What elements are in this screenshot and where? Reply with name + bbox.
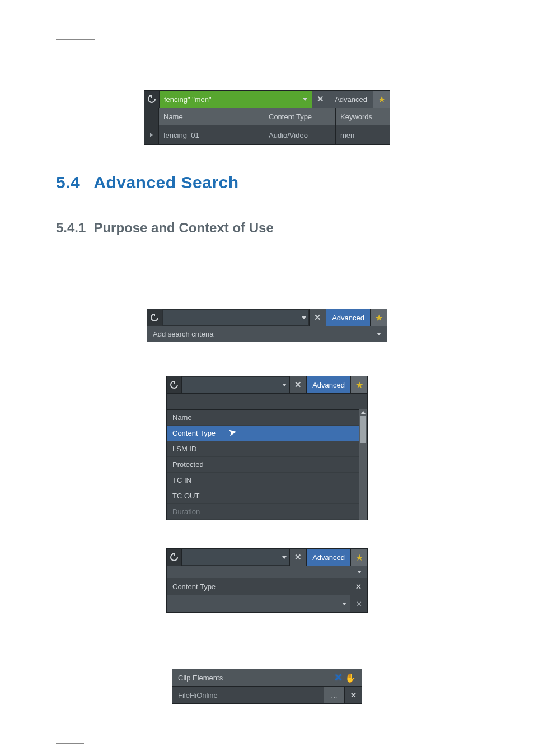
remove-value-button[interactable]: ✕: [350, 595, 367, 612]
subsection-number: 5.4.1: [56, 220, 86, 235]
star-icon: ★: [355, 552, 363, 563]
close-icon: ✕: [317, 94, 324, 104]
page-rule-bottom: [56, 743, 84, 744]
remove-field-button[interactable]: ✕: [344, 687, 362, 703]
figure-quick-search-results: fencing" "men" ✕ Advanced ★ Name Content…: [144, 90, 390, 145]
criterion-name: Content Type: [172, 582, 216, 591]
advanced-button[interactable]: Advanced: [329, 91, 373, 108]
subsection-heading: 5.4.1Purpose and Context of Use: [56, 220, 478, 236]
dropdown-scrollbar[interactable]: [359, 409, 367, 520]
page-rule-top: [56, 39, 95, 40]
field-label: FileHiOnline: [172, 687, 324, 703]
section-heading: 5.4Advanced Search: [56, 173, 478, 192]
favorite-button[interactable]: ★: [350, 376, 367, 393]
close-icon: ✕: [294, 552, 302, 562]
chevron-down-icon[interactable]: [303, 98, 307, 101]
criteria-input-active[interactable]: [168, 395, 366, 408]
caret-right-icon: [150, 133, 153, 137]
search-input[interactable]: [182, 376, 289, 393]
dropdown-item-protected[interactable]: Protected: [167, 457, 359, 473]
criterion-label-row: Content Type ✕: [167, 578, 367, 595]
refresh-icon[interactable]: [167, 549, 182, 566]
refresh-icon[interactable]: [144, 91, 160, 108]
chevron-down-icon[interactable]: [357, 571, 362, 573]
search-value: fencing" "men": [164, 95, 212, 104]
group-label: Clip Elements: [178, 674, 223, 682]
close-icon: ✕: [294, 380, 302, 390]
favorite-button[interactable]: ★: [350, 549, 367, 566]
criteria-dropdown: Name Content Type ➤ LSM ID Protected TC …: [167, 409, 359, 520]
star-icon: ★: [355, 380, 363, 390]
cursor-icon: ➤: [227, 426, 238, 439]
dropdown-item-tc-in[interactable]: TC IN: [167, 473, 359, 488]
clear-search-button[interactable]: ✕: [289, 376, 306, 393]
clear-search-button[interactable]: ✕: [309, 309, 326, 326]
row-expand-toggle[interactable]: [144, 125, 159, 144]
hand-cursor-icon: ✋: [345, 673, 356, 683]
subsection-title: Purpose and Context of Use: [93, 220, 273, 235]
advanced-button-active[interactable]: Advanced: [306, 376, 350, 393]
column-header-name[interactable]: Name: [159, 108, 264, 125]
dropdown-item-lsm-id[interactable]: LSM ID: [167, 441, 359, 457]
chevron-down-icon[interactable]: [377, 333, 381, 335]
add-criteria-bar[interactable]: Add search criteria: [147, 326, 387, 342]
dropdown-item-duration[interactable]: Duration: [167, 504, 359, 520]
chevron-down-icon[interactable]: [342, 603, 346, 605]
search-input[interactable]: [162, 309, 309, 326]
advanced-button-active[interactable]: Advanced: [306, 549, 350, 566]
figure-clip-elements: Clip Elements ✕ ✋ FileHiOnline ... ✕: [172, 669, 362, 704]
group-header: Clip Elements ✕ ✋: [172, 669, 362, 686]
remove-criterion-button[interactable]: ✕: [355, 582, 362, 591]
scroll-up-icon: [361, 411, 366, 414]
refresh-icon[interactable]: [167, 376, 182, 393]
add-criteria-collapsed[interactable]: [167, 566, 367, 578]
chevron-down-icon[interactable]: [282, 556, 287, 559]
figure-selected-criterion: ✕ Advanced ★ Content Type ✕ ✕: [166, 548, 368, 613]
remove-group-button[interactable]: ✕: [334, 671, 343, 684]
section-number: 5.4: [56, 173, 80, 192]
figure-criteria-dropdown: ✕ Advanced ★ Name Content Type ➤ LSM ID …: [166, 376, 368, 520]
clear-search-button[interactable]: ✕: [312, 91, 329, 108]
search-input[interactable]: [182, 549, 289, 566]
close-icon: ✕: [314, 312, 321, 323]
scroll-thumb[interactable]: [360, 416, 366, 443]
browse-button[interactable]: ...: [324, 687, 344, 703]
section-title: Advanced Search: [93, 173, 238, 192]
add-criteria-label: Add search criteria: [153, 330, 213, 338]
row-toggle-header: [144, 108, 159, 125]
cell-keywords[interactable]: men: [336, 125, 390, 144]
figure-advanced-bar: ✕ Advanced ★ Add search criteria: [147, 309, 387, 342]
cell-name[interactable]: fencing_01: [159, 125, 264, 144]
cell-content-type[interactable]: Audio/Video: [264, 125, 336, 144]
dropdown-item-content-type[interactable]: Content Type ➤: [167, 426, 359, 441]
column-header-content-type[interactable]: Content Type: [264, 108, 336, 125]
chevron-down-icon[interactable]: [302, 316, 306, 319]
dropdown-item-name[interactable]: Name: [167, 410, 359, 426]
search-input[interactable]: fencing" "men": [160, 91, 312, 108]
column-header-keywords[interactable]: Keywords: [336, 108, 390, 125]
star-icon: ★: [375, 312, 383, 323]
clear-search-button[interactable]: ✕: [289, 549, 306, 566]
refresh-icon[interactable]: [147, 309, 162, 326]
advanced-button-active[interactable]: Advanced: [326, 309, 370, 326]
criterion-value-select[interactable]: [167, 595, 350, 612]
chevron-down-icon[interactable]: [282, 384, 287, 386]
star-icon: ★: [378, 94, 386, 105]
dropdown-item-tc-out[interactable]: TC OUT: [167, 488, 359, 504]
favorite-button[interactable]: ★: [373, 91, 390, 108]
favorite-button[interactable]: ★: [370, 309, 387, 326]
